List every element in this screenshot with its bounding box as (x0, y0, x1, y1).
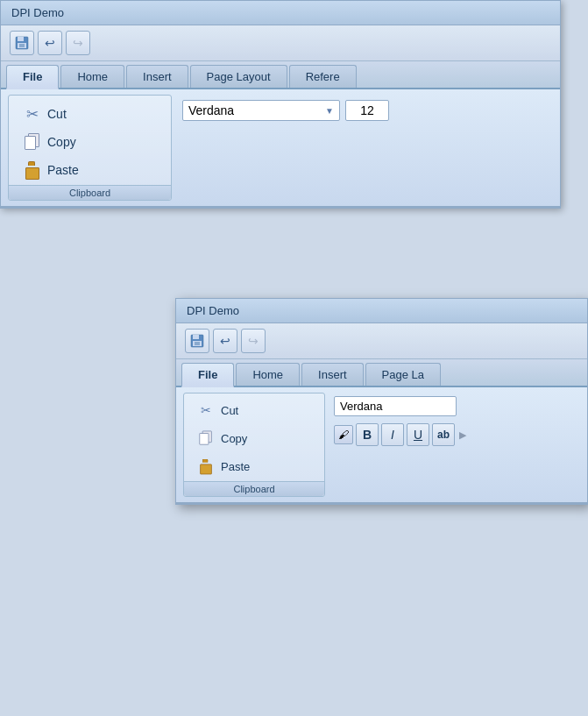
secondary-format-buttons: 🖌 B I U ab ▶ (334, 423, 575, 446)
paste-icon (23, 160, 42, 180)
main-window-title: DPI Demo (11, 6, 64, 19)
redo-icon: ↪ (73, 36, 83, 50)
paint-brush-icon: 🖌 (338, 429, 349, 441)
save-icon (15, 36, 29, 50)
format-painter-button[interactable]: 🖌 (334, 425, 353, 444)
secondary-redo-icon: ↪ (248, 334, 259, 348)
secondary-clipboard-items: ✂ Cut Copy (189, 397, 319, 479)
copy-button[interactable]: Copy (16, 129, 164, 155)
secondary-tab-file[interactable]: File (181, 363, 234, 387)
tab-home[interactable]: Home (60, 65, 124, 88)
main-window: DPI Demo ↩ ↪ File Home Insert (0, 0, 561, 209)
paste-button[interactable]: Paste (16, 157, 164, 183)
secondary-quick-access: ↩ ↪ (176, 323, 587, 359)
secondary-undo-button[interactable]: ↩ (213, 329, 237, 353)
italic-button[interactable]: I (381, 423, 404, 446)
secondary-font-select[interactable]: Verdana (334, 396, 457, 416)
text-color-button[interactable]: ab (432, 423, 455, 446)
font-size-input[interactable]: 12 (345, 100, 389, 121)
secondary-window-title: DPI Demo (187, 304, 239, 317)
font-area: Verdana ▼ 12 (175, 95, 553, 201)
svg-rect-7 (195, 342, 200, 345)
scissors-icon: ✂ (23, 104, 42, 124)
secondary-tab-insert[interactable]: Insert (301, 363, 364, 386)
secondary-copy-icon (196, 429, 216, 448)
secondary-cut-button[interactable]: ✂ Cut (189, 397, 319, 423)
secondary-font-row: Verdana (334, 396, 575, 416)
secondary-tab-bar: File Home Insert Page La (176, 359, 587, 387)
tab-insert[interactable]: Insert (126, 65, 188, 88)
undo-button[interactable]: ↩ (38, 31, 62, 55)
quick-access-toolbar: ↩ ↪ (1, 25, 560, 61)
secondary-redo-button[interactable]: ↪ (241, 329, 266, 353)
svg-rect-1 (18, 37, 24, 41)
secondary-paste-button[interactable]: Paste (189, 453, 319, 479)
redo-button[interactable]: ↪ (66, 31, 90, 55)
secondary-clipboard-panel: ✂ Cut Copy (184, 393, 324, 481)
secondary-undo-icon: ↩ (220, 334, 230, 348)
secondary-title-bar: DPI Demo (176, 299, 587, 323)
undo-icon: ↩ (45, 36, 55, 50)
secondary-window: DPI Demo ↩ ↪ File Home Insert (175, 298, 588, 505)
secondary-ribbon: ✂ Cut Copy (176, 387, 587, 504)
clipboard-panel: ✂ Cut Copy (9, 96, 171, 185)
svg-rect-5 (193, 335, 199, 339)
save-button[interactable] (10, 31, 34, 55)
secondary-tab-pagelayout[interactable]: Page La (365, 363, 441, 386)
main-tab-bar: File Home Insert Page Layout Refere (1, 61, 560, 89)
font-row: Verdana ▼ 12 (182, 100, 546, 121)
svg-rect-3 (19, 44, 25, 47)
secondary-save-icon (190, 334, 204, 348)
font-select[interactable]: Verdana ▼ (182, 100, 340, 121)
secondary-clipboard-group: ✂ Cut Copy (183, 393, 325, 497)
main-title-bar: DPI Demo (1, 1, 560, 25)
secondary-copy-button[interactable]: Copy (189, 425, 319, 451)
cut-button[interactable]: ✂ Cut (16, 101, 164, 127)
secondary-font-area: Verdana 🖌 B I U ab ▶ (329, 393, 580, 497)
bold-button[interactable]: B (356, 423, 379, 446)
underline-button[interactable]: U (407, 423, 429, 446)
clipboard-label: Clipboard (9, 185, 171, 200)
ribbon-crop-indicator: ▶ (459, 429, 466, 441)
secondary-paste-icon (196, 457, 216, 476)
copy-icon (23, 132, 42, 152)
secondary-scissors-icon: ✂ (196, 401, 216, 420)
clipboard-items: ✂ Cut Copy (16, 101, 164, 183)
clipboard-group: ✂ Cut Copy (8, 95, 172, 201)
secondary-tab-home[interactable]: Home (236, 363, 300, 386)
tab-page-layout[interactable]: Page Layout (190, 65, 287, 88)
secondary-clipboard-label: Clipboard (184, 481, 324, 496)
tab-file[interactable]: File (6, 65, 59, 89)
tab-references[interactable]: Refere (289, 65, 357, 88)
main-ribbon: ✂ Cut Copy (1, 89, 560, 208)
font-dropdown-arrow: ▼ (325, 106, 334, 116)
secondary-save-button[interactable] (185, 329, 209, 353)
